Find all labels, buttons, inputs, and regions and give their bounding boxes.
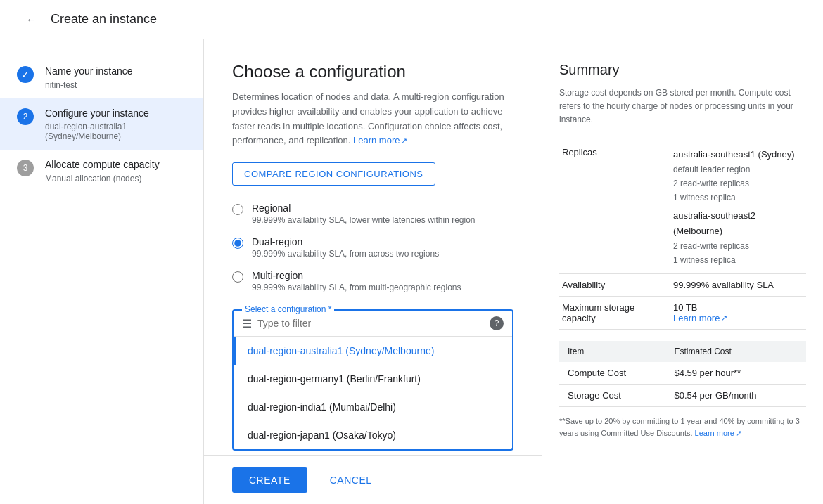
step-1-content: Name your instance nitin-test (45, 65, 186, 90)
step-2-number: 2 (23, 112, 28, 122)
storage-cost-value: $0.54 per GB/month (665, 384, 806, 406)
summary-row-max-storage: Maximum storage capacity 10 TB Learn mor… (559, 296, 806, 329)
availability-value: 99.999% availability SLA (670, 273, 806, 296)
external-link-icon-2: ↗ (721, 314, 727, 323)
sidebar-step-name[interactable]: ✓ Name your instance nitin-test (0, 56, 203, 98)
committed-use-learn-more-link[interactable]: Learn more ↗ (695, 427, 742, 440)
region1-name: australia-southeast1 (Sydney) (673, 147, 803, 162)
compute-cost-value: $4.59 per hour** (665, 362, 806, 385)
dropdown-item-india[interactable]: dual-region-india1 (Mumbai/Delhi) (234, 393, 512, 421)
dual-region-desc: 99.999% availability SLA, from across tw… (252, 249, 439, 259)
multi-region-desc: 99.999% availability SLA, from multi-geo… (252, 283, 461, 292)
regional-label-content: Regional 99.999% availability SLA, lower… (252, 202, 476, 225)
dropdown-item-australia[interactable]: dual-region-australia1 (Sydney/Melbourne… (234, 337, 512, 365)
section-description: Determines location of nodes and data. A… (232, 90, 513, 148)
filter-input[interactable] (257, 318, 484, 329)
create-button[interactable]: CREATE (232, 467, 307, 493)
multi-region-title: Multi-region (252, 270, 461, 281)
cost-table-header: Item Estimated Cost (559, 341, 806, 362)
replicas-label: Replicas (559, 141, 670, 274)
external-link-icon: ↗ (401, 135, 407, 148)
region1-detail3: 1 witness replica (673, 190, 803, 205)
back-button[interactable]: ← (17, 6, 45, 34)
filter-icon: ☰ (242, 317, 252, 330)
step-2-title: Configure your instance (45, 107, 186, 121)
radio-option-dual-region[interactable]: Dual-region 99.999% availability SLA, fr… (232, 236, 513, 259)
sidebar-step-allocate[interactable]: 3 Allocate compute capacity Manual alloc… (0, 150, 203, 192)
region2-detail1: 2 read-write replicas (673, 239, 803, 253)
cost-table: Item Estimated Cost Compute Cost $4.59 p… (559, 341, 806, 407)
checkmark-icon: ✓ (21, 69, 30, 80)
cancel-button[interactable]: CANCEL (313, 467, 389, 493)
select-config-label: Select a configuration * (242, 304, 334, 314)
sidebar-step-configure[interactable]: 2 Configure your instance dual-region-au… (0, 98, 203, 150)
step-3-number: 3 (23, 163, 28, 173)
replicas-value: australia-southeast1 (Sydney) default le… (670, 141, 806, 274)
summary-title: Summary (559, 62, 806, 78)
region1-detail2: 2 read-write replicas (673, 176, 803, 190)
help-icon[interactable]: ? (490, 316, 504, 330)
availability-label: Availability (559, 273, 670, 296)
summary-row-availability: Availability 99.999% availability SLA (559, 273, 806, 296)
header: ← Create an instance (0, 0, 823, 39)
compute-cost-label: Compute Cost (559, 362, 665, 385)
external-link-icon-3: ↗ (736, 427, 742, 440)
max-storage-label: Maximum storage capacity (559, 296, 670, 329)
step-2-content: Configure your instance dual-region-aust… (45, 107, 186, 142)
learn-more-link-storage[interactable]: Learn more ↗ (673, 313, 727, 323)
page-title: Create an instance (51, 12, 157, 27)
cost-row-compute: Compute Cost $4.59 per hour** (559, 362, 806, 385)
regional-title: Regional (252, 202, 476, 214)
configuration-type-radio-group: Regional 99.999% availability SLA, lower… (232, 202, 513, 292)
compare-regions-button[interactable]: COMPARE REGION CONFIGURATIONS (232, 162, 435, 186)
summary-description: Storage cost depends on GB stored per mo… (559, 86, 806, 127)
back-arrow-icon: ← (26, 14, 36, 25)
step-3-title: Allocate compute capacity (45, 158, 186, 172)
storage-cost-label: Storage Cost (559, 384, 665, 406)
dual-region-radio-input[interactable] (232, 238, 243, 249)
dual-region-title: Dual-region (252, 236, 439, 247)
step-1-subtitle: nitin-test (45, 80, 186, 90)
multi-region-radio-input[interactable] (232, 271, 243, 283)
cost-row-storage: Storage Cost $0.54 per GB/month (559, 384, 806, 406)
select-config-wrapper: Select a configuration * ☰ ? dual-region… (232, 309, 513, 451)
step-3-subtitle: Manual allocation (nodes) (45, 174, 186, 183)
learn-more-link-top[interactable]: Learn more ↗ (353, 134, 407, 148)
cost-col-item: Item (559, 341, 665, 362)
radio-option-multi-region[interactable]: Multi-region 99.999% availability SLA, f… (232, 270, 513, 292)
step-circle-1: ✓ (17, 66, 34, 83)
regional-desc: 99.999% availability SLA, lower write la… (252, 215, 476, 225)
summary-row-replicas: Replicas australia-southeast1 (Sydney) d… (559, 141, 806, 274)
cost-note: **Save up to 20% by committing to 1 year… (559, 415, 806, 440)
footer: CREATE CANCEL (204, 455, 542, 504)
region2-detail2: 1 witness replica (673, 253, 803, 267)
max-storage-value: 10 TB Learn more ↗ (670, 296, 806, 329)
region1-detail1: default leader region (673, 162, 803, 176)
dropdown-item-germany[interactable]: dual-region-germany1 (Berlin/Frankfurt) (234, 365, 512, 393)
filter-row: ☰ ? (234, 311, 512, 337)
dual-region-label-content: Dual-region 99.999% availability SLA, fr… (252, 236, 439, 259)
section-title: Choose a configuration (232, 62, 513, 82)
replicas-detail: australia-southeast1 (Sydney) default le… (673, 147, 803, 268)
main-content-area: Choose a configuration Determines locati… (204, 39, 542, 504)
step-circle-2: 2 (17, 108, 34, 125)
step-1-title: Name your instance (45, 65, 186, 79)
step-circle-3: 3 (17, 160, 34, 176)
sidebar: ✓ Name your instance nitin-test 2 Config… (0, 39, 204, 504)
multi-region-label-content: Multi-region 99.999% availability SLA, f… (252, 270, 461, 292)
summary-details-table: Replicas australia-southeast1 (Sydney) d… (559, 141, 806, 330)
main-layout: ✓ Name your instance nitin-test 2 Config… (0, 39, 823, 504)
radio-option-regional[interactable]: Regional 99.999% availability SLA, lower… (232, 202, 513, 225)
dropdown-item-japan[interactable]: dual-region-japan1 (Osaka/Tokyo) (234, 421, 512, 449)
region2-name: australia-southeast2 (Melbourne) (673, 208, 803, 239)
cost-col-estimated: Estimated Cost (665, 341, 806, 362)
step-2-subtitle: dual-region-australia1(Sydney/Melbourne) (45, 122, 186, 141)
step-3-content: Allocate compute capacity Manual allocat… (45, 158, 186, 183)
regional-radio-input[interactable] (232, 204, 243, 215)
select-config-container: Select a configuration * ☰ ? dual-region… (232, 309, 513, 451)
dropdown-list: dual-region-australia1 (Sydney/Melbourne… (234, 337, 512, 449)
summary-panel: Summary Storage cost depends on GB store… (542, 39, 823, 504)
